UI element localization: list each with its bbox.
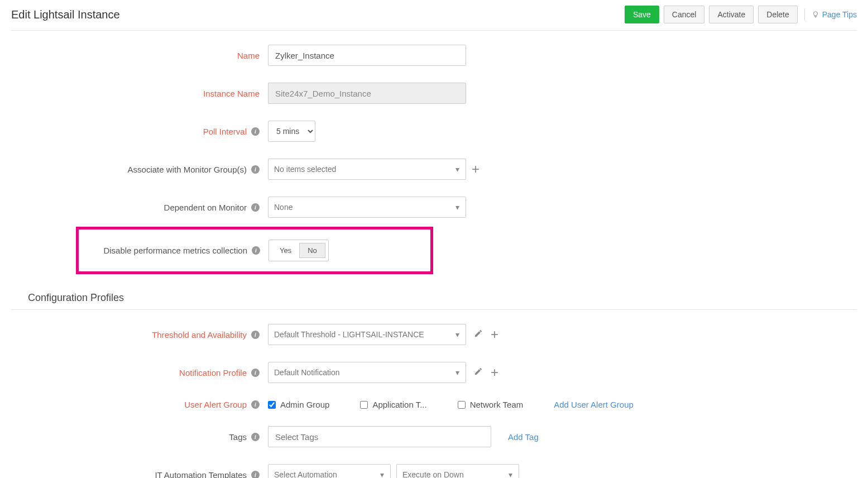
bulb-icon [812, 11, 819, 18]
info-icon[interactable]: i [251, 433, 260, 441]
disable-perf-toggle: Yes No [268, 240, 329, 261]
cancel-button[interactable]: Cancel [664, 6, 705, 23]
monitor-group-select[interactable]: No items selected [268, 159, 466, 180]
row-tags: Tags i Add Tag [11, 426, 857, 447]
label-notification: Notification Profile i [11, 368, 268, 377]
info-icon[interactable]: i [251, 369, 260, 377]
label-user-alert: User Alert Group i [11, 400, 268, 409]
info-icon[interactable]: i [251, 400, 260, 409]
add-monitor-group-icon[interactable]: + [472, 162, 479, 176]
row-threshold: Threshold and Availability i Default Thr… [11, 324, 857, 345]
automation-select[interactable]: Select Automation [268, 464, 391, 478]
label-dependent: Dependent on Monitor i [11, 203, 268, 212]
tags-input[interactable] [268, 426, 491, 447]
info-icon[interactable]: i [251, 127, 260, 136]
name-input[interactable] [268, 45, 466, 66]
add-tag-link[interactable]: Add Tag [508, 432, 539, 442]
label-instance-name: Instance Name [11, 89, 268, 98]
add-notification-icon[interactable]: + [491, 366, 498, 379]
delete-button[interactable]: Delete [758, 6, 797, 23]
user-alert-checkboxes: Admin Group Application T... Network Tea… [268, 400, 634, 409]
edit-threshold-icon[interactable] [472, 329, 485, 341]
label-tags: Tags i [11, 432, 268, 442]
divider [804, 8, 805, 21]
threshold-select[interactable]: Default Threshold - LIGHTSAIL-INSTANCE [268, 324, 466, 345]
activate-button[interactable]: Activate [709, 6, 754, 23]
row-name: Name [11, 45, 857, 66]
row-notification: Notification Profile i Default Notificat… [11, 362, 857, 383]
label-threshold: Threshold and Availability i [11, 330, 268, 340]
row-dependent: Dependent on Monitor i None [11, 197, 857, 218]
section-config-profiles: Configuration Profiles [11, 286, 857, 310]
row-user-alert: User Alert Group i Admin Group Applicati… [11, 400, 857, 409]
row-poll-interval: Poll Interval i 5 mins [11, 121, 857, 142]
dependent-monitor-select[interactable]: None [268, 197, 466, 218]
row-instance-name: Instance Name [11, 83, 857, 104]
edit-notification-icon[interactable] [472, 367, 485, 379]
info-icon[interactable]: i [251, 203, 260, 212]
header-actions: Save Cancel Activate Delete Page Tips [625, 6, 857, 23]
info-icon[interactable]: i [251, 471, 260, 479]
add-threshold-icon[interactable]: + [491, 328, 498, 341]
label-it-automation: IT Automation Templates i [11, 470, 268, 479]
toggle-yes-button[interactable]: Yes [272, 243, 299, 258]
poll-interval-select[interactable]: 5 mins [268, 121, 315, 142]
instance-name-input [268, 83, 466, 104]
checkbox-application-input[interactable] [360, 401, 368, 409]
notification-select[interactable]: Default Notification [268, 362, 466, 383]
checkbox-network[interactable]: Network Team [458, 400, 524, 409]
page-title: Edit Lightsail Instance [11, 8, 120, 21]
info-icon[interactable]: i [251, 165, 260, 174]
form-container: Name Instance Name Poll Interval i 5 min… [11, 31, 857, 478]
highlight-disable-perf: Disable performance metrics collection i… [76, 227, 433, 274]
checkbox-network-input[interactable] [458, 401, 466, 409]
info-icon[interactable]: i [252, 246, 260, 255]
toggle-no-button[interactable]: No [299, 243, 325, 258]
info-icon[interactable]: i [251, 331, 260, 339]
label-disable-perf: Disable performance metrics collection i [79, 246, 268, 255]
execute-on-select[interactable]: Execute on Down [396, 464, 519, 478]
page-tips-label: Page Tips [822, 10, 857, 19]
row-disable-perf: Disable performance metrics collection i… [79, 240, 430, 261]
label-monitor-group: Associate with Monitor Group(s) i [11, 165, 268, 174]
save-button[interactable]: Save [625, 6, 659, 23]
page-tips-link[interactable]: Page Tips [812, 10, 857, 19]
page-header: Edit Lightsail Instance Save Cancel Acti… [11, 6, 857, 31]
checkbox-admin-group[interactable]: Admin Group [268, 400, 329, 409]
label-name: Name [11, 51, 268, 60]
add-user-alert-link[interactable]: Add User Alert Group [554, 400, 634, 409]
checkbox-application[interactable]: Application T... [360, 400, 426, 409]
row-monitor-group: Associate with Monitor Group(s) i No ite… [11, 159, 857, 180]
row-it-automation: IT Automation Templates i Select Automat… [11, 464, 857, 478]
checkbox-admin-input[interactable] [268, 401, 276, 409]
label-poll-interval: Poll Interval i [11, 127, 268, 136]
